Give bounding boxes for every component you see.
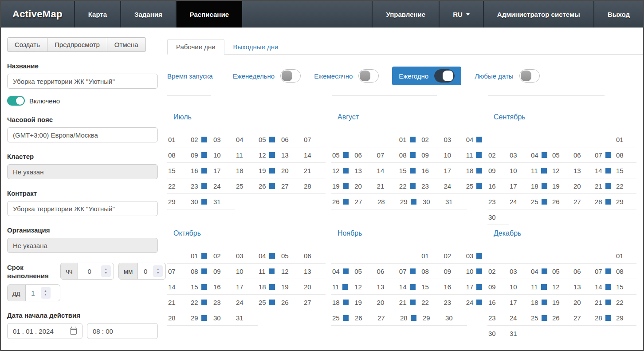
calendar-day[interactable]: 15 (615, 163, 636, 178)
calendar-day-marked[interactable]: 25 (530, 310, 551, 326)
calendar-day[interactable]: 10 (509, 163, 530, 178)
calendar-day[interactable]: 10 (212, 147, 235, 163)
calendar-day[interactable]: 03 (509, 147, 530, 163)
calendar-day-marked[interactable]: 04 (331, 264, 353, 279)
calendar-day[interactable]: 28 (167, 310, 190, 326)
calendar-day[interactable]: 14 (376, 163, 398, 178)
calendar-day[interactable]: 20 (573, 178, 594, 194)
calendar-day-marked[interactable]: 11 (331, 279, 353, 295)
calendar-day-marked[interactable]: 18 (530, 178, 551, 194)
mode-any-dates[interactable]: Любые даты (475, 69, 539, 83)
name-input[interactable]: Уборка территории ЖК "Уютный" (7, 74, 158, 89)
calendar-day[interactable]: 23 (212, 295, 235, 310)
calendar-day-marked[interactable]: 26 (258, 178, 280, 194)
calendar-day[interactable]: 22 (167, 178, 190, 194)
nav-item-user[interactable]: Администратор системы (483, 1, 593, 28)
calendar-day[interactable]: 13 (303, 264, 326, 279)
calendar-day[interactable]: 24 (509, 310, 530, 326)
calendar-day-marked[interactable]: 10 (465, 264, 487, 279)
calendar-day[interactable]: 24 (443, 178, 465, 194)
calendar-day[interactable]: 05 (353, 264, 376, 279)
calendar-day[interactable]: 27 (573, 194, 594, 209)
calendar-day[interactable]: 19 (551, 178, 573, 194)
calendar-day-marked[interactable]: 25 (530, 194, 551, 209)
calendar-day[interactable]: 19 (353, 295, 376, 310)
calendar-day-marked[interactable]: 04 (465, 132, 487, 147)
calendar-day[interactable]: 07 (303, 132, 326, 147)
calendar-day-marked[interactable]: 22 (190, 295, 212, 310)
step-up-icon[interactable]: ▲ (44, 289, 47, 293)
calendar-day[interactable]: 20 (376, 295, 398, 310)
calendar-day[interactable]: 26 (551, 310, 573, 326)
calendar-day[interactable]: 16 (487, 295, 509, 310)
calendar-day[interactable]: 17 (235, 279, 258, 295)
calendar-day-marked[interactable]: 07 (594, 264, 615, 279)
hours-stepper-buttons[interactable]: ▲▼ (101, 265, 111, 277)
calendar-icon[interactable] (70, 328, 77, 335)
calendar-day[interactable]: 09 (487, 163, 509, 178)
calendar-day-marked[interactable]: 18 (331, 295, 353, 310)
contract-input[interactable]: Уборка территории ЖК "Уютный" (7, 201, 158, 216)
calendar-day[interactable]: 07 (167, 264, 190, 279)
calendar-day[interactable]: 13 (376, 279, 398, 295)
calendar-day-marked[interactable]: 15 (398, 163, 420, 178)
calendar-day[interactable]: 08 (167, 147, 190, 163)
calendar-day[interactable]: 15 (167, 163, 190, 178)
calendar-day[interactable]: 09 (212, 264, 235, 279)
calendar-day[interactable]: 19 (551, 295, 573, 310)
app-logo[interactable]: ActiveMap (1, 1, 74, 28)
calendar-day[interactable]: 06 (303, 248, 326, 264)
calendar-day[interactable]: 23 (443, 295, 465, 310)
calendar-day[interactable]: 27 (354, 194, 377, 209)
calendar-day-marked[interactable]: 24 (465, 295, 487, 310)
calendar-day-marked[interactable]: 09 (190, 147, 212, 163)
calendar-day-marked[interactable]: 11 (465, 147, 487, 163)
calendar-day[interactable]: 10 (443, 147, 465, 163)
calendar-day[interactable]: 28 (303, 178, 326, 194)
calendar-day[interactable]: 14 (303, 147, 326, 163)
calendar-day[interactable]: 30 (487, 209, 509, 225)
calendar-day[interactable]: 15 (420, 279, 443, 295)
calendar-day-marked[interactable]: 25 (331, 310, 354, 326)
nav-item-logout[interactable]: Выход (593, 1, 643, 28)
nav-item-management[interactable]: Управление (372, 1, 439, 28)
calendar-day[interactable]: 02 (420, 132, 443, 147)
launch-time-link[interactable]: Время запуска (167, 72, 213, 80)
calendar-day[interactable]: 28 (377, 194, 399, 209)
calendar-day-marked[interactable]: 01 (398, 132, 420, 147)
timezone-input[interactable]: (GMT+3:00) Европа/Москва (7, 127, 158, 142)
calendar-day[interactable]: 16 (443, 279, 465, 295)
calendar-day-marked[interactable]: 21 (594, 295, 615, 310)
step-down-icon[interactable]: ▼ (157, 271, 160, 275)
calendar-day[interactable]: 21 (167, 295, 190, 310)
calendar-day[interactable]: 13 (573, 279, 594, 295)
calendar-day[interactable]: 12 (353, 279, 376, 295)
calendar-day[interactable]: 16 (212, 279, 235, 295)
create-button[interactable]: Создать (7, 37, 47, 52)
mode-toggle-weekly[interactable] (280, 69, 301, 83)
calendar-day-marked[interactable]: 03 (465, 248, 487, 264)
calendar-day[interactable]: 29 (422, 310, 444, 326)
calendar-day-marked[interactable]: 18 (530, 295, 551, 310)
calendar-day[interactable]: 26 (551, 194, 573, 209)
calendar-day[interactable]: 15 (615, 279, 636, 295)
calendar-day-marked[interactable]: 07 (594, 147, 615, 163)
calendar-day-marked[interactable]: 29 (190, 310, 212, 326)
calendar-day-marked[interactable]: 11 (530, 279, 551, 295)
calendar-day[interactable]: 17 (212, 163, 235, 178)
minutes-stepper-buttons[interactable]: ▲▼ (153, 265, 163, 277)
calendar-day-marked[interactable]: 25 (258, 295, 280, 310)
enabled-toggle[interactable] (7, 96, 25, 106)
calendar-day[interactable]: 23 (487, 194, 509, 209)
calendar-day[interactable]: 07 (376, 147, 398, 163)
calendar-day[interactable]: 13 (573, 163, 594, 178)
calendar-day-marked[interactable]: 28 (594, 310, 615, 326)
calendar-day-marked[interactable]: 18 (258, 279, 280, 295)
calendar-day[interactable]: 22 (615, 178, 636, 194)
calendar-day[interactable]: 21 (303, 163, 326, 178)
calendar-day-marked[interactable]: 04 (530, 264, 551, 279)
calendar-day-marked[interactable]: 11 (530, 163, 551, 178)
calendar-day[interactable]: 02 (487, 147, 509, 163)
calendar-day[interactable]: 13 (353, 163, 376, 178)
calendar-day[interactable]: 08 (615, 147, 636, 163)
